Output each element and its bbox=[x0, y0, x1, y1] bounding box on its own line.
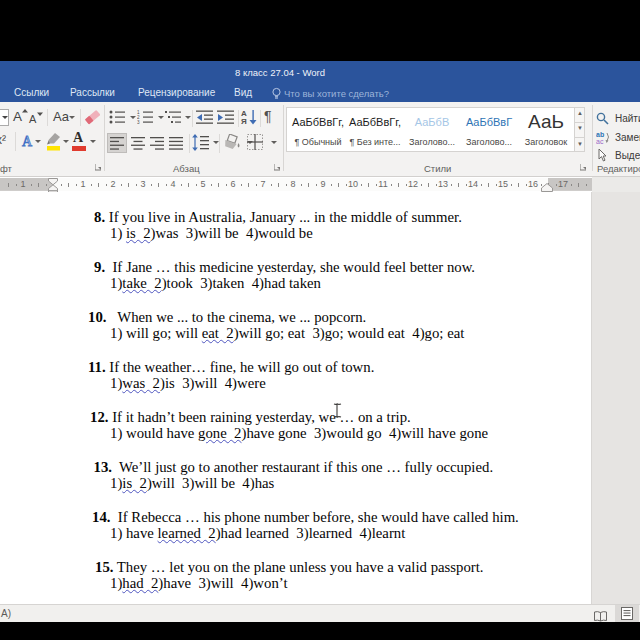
ruler-number: 5 bbox=[200, 179, 205, 189]
ruler-tick bbox=[518, 183, 519, 187]
tab-mailings[interactable]: Рассылки bbox=[70, 87, 115, 98]
ruler-tick bbox=[188, 183, 189, 187]
style-name: Заголовок bbox=[518, 137, 574, 147]
answers-line: 1) would have gone 2)have gone 3)would g… bbox=[88, 425, 519, 442]
ruler-tick bbox=[398, 183, 399, 187]
style-name: ¶ Обычный bbox=[290, 137, 346, 147]
ruler-tick bbox=[151, 184, 152, 186]
ruler-number: 7 bbox=[260, 179, 265, 189]
question-9: 9. If Jane … this medicine yesterday, sh… bbox=[88, 259, 519, 292]
styles-scroll-up[interactable]: ▲ bbox=[577, 110, 583, 116]
answers-line: 1)had 2)have 3)will 4)won’t bbox=[88, 575, 519, 592]
question-12: 12. If it hadn’t been raining yesterday,… bbox=[88, 409, 519, 442]
ribbon-group-styles: АаБбВвГг,¶ ОбычныйАаБбВвГг,¶ Без инте...… bbox=[0, 102, 592, 176]
ruler-tick bbox=[428, 183, 429, 187]
styles-dialog-launcher[interactable] bbox=[580, 164, 588, 172]
question-line: 12. If it hadn’t been raining yesterday,… bbox=[90, 409, 519, 426]
find-button[interactable]: Найти bbox=[596, 111, 640, 125]
style-chip-3[interactable]: АаБбВЗаголово... bbox=[404, 110, 460, 150]
ribbon-group-editing: Найти ab ac Заменить Выделить Редактиров… bbox=[592, 102, 640, 176]
ruler-tick bbox=[421, 184, 422, 186]
ruler-tick bbox=[278, 183, 279, 187]
ruler-tick bbox=[16, 184, 17, 186]
ruler-tick bbox=[241, 184, 242, 186]
styles-group-label: Стили bbox=[424, 163, 451, 174]
ruler-tick bbox=[98, 183, 99, 187]
style-chip-2[interactable]: АаБбВвГг,¶ Без инте... bbox=[347, 110, 403, 150]
question-13: 13. We’ll just go to another restaurant … bbox=[88, 459, 519, 492]
ruler-tick bbox=[68, 183, 69, 187]
ruler-tick bbox=[556, 184, 557, 186]
read-mode-icon bbox=[594, 611, 607, 622]
ruler-tick bbox=[301, 184, 302, 186]
ruler-tick bbox=[211, 184, 212, 186]
question-14: 14. If Rebecca … his phone number before… bbox=[88, 509, 519, 542]
ruler-tick bbox=[106, 184, 107, 186]
ruler-number: 15 bbox=[498, 179, 508, 189]
document-text[interactable]: 8. If you live in Australia, January ...… bbox=[88, 209, 519, 609]
lightbulb-icon bbox=[271, 87, 282, 100]
ruler-tick bbox=[31, 184, 32, 186]
style-preview: АаБбВвГг, bbox=[290, 116, 346, 128]
ruler-tick bbox=[526, 184, 527, 186]
ribbon: А А Aa x² А bbox=[0, 102, 640, 177]
ruler-tick bbox=[436, 184, 437, 186]
ruler-tick bbox=[406, 184, 407, 186]
style-preview: АаЬ bbox=[518, 111, 574, 133]
style-preview: АаБбВвГг, bbox=[347, 116, 403, 128]
svg-text:ab: ab bbox=[596, 131, 604, 138]
style-preview: АаБбВвГ bbox=[461, 116, 517, 128]
styles-more[interactable]: ▼ bbox=[577, 141, 583, 147]
ruler-tick bbox=[578, 183, 579, 187]
select-button[interactable]: Выделить bbox=[596, 148, 640, 162]
ruler-tick bbox=[76, 184, 77, 186]
ruler-tick bbox=[136, 184, 137, 186]
tab-review[interactable]: Рецензирование bbox=[138, 87, 215, 98]
svg-text:ac: ac bbox=[596, 138, 604, 144]
ruler-tick bbox=[91, 184, 92, 186]
ruler-number: 3 bbox=[140, 179, 145, 189]
read-mode-button[interactable] bbox=[594, 608, 608, 620]
ruler-tick bbox=[61, 184, 62, 186]
tell-me-box[interactable]: Что вы хотите сделать? bbox=[284, 88, 389, 99]
ruler-tick bbox=[488, 183, 489, 187]
replace-button[interactable]: ab ac Заменить bbox=[596, 130, 640, 144]
ruler-number: 10 bbox=[348, 179, 358, 189]
ruler-tick bbox=[248, 183, 249, 187]
question-line: 9. If Jane … this medicine yesterday, sh… bbox=[94, 259, 519, 276]
editing-group-label: Редактирование bbox=[597, 163, 640, 174]
ruler-tick bbox=[271, 184, 272, 186]
ruler-number: 1 bbox=[20, 179, 25, 189]
styles-gallery-arrows: ▲ ▼ ▼ bbox=[575, 107, 585, 152]
ruler-tick bbox=[218, 183, 219, 187]
title-bar: 8 класс 27.04 - Word bbox=[0, 61, 640, 84]
ruler-tick bbox=[166, 184, 167, 186]
style-name: Заголово... bbox=[461, 137, 517, 147]
question-line: 14. If Rebecca … his phone number before… bbox=[92, 509, 519, 526]
ruler-tick bbox=[571, 184, 572, 186]
ruler-tick bbox=[451, 184, 452, 186]
style-chip-1[interactable]: АаБбВвГг,¶ Обычный bbox=[290, 110, 346, 150]
ruler: 11234567891011121314151617 bbox=[0, 177, 640, 192]
ruler-tick bbox=[181, 184, 182, 186]
ruler-tick bbox=[331, 184, 332, 186]
ruler-number: 11 bbox=[378, 179, 387, 189]
ruler-tick bbox=[458, 183, 459, 187]
style-chip-4[interactable]: АаБбВвГЗаголово... bbox=[461, 110, 517, 150]
question-line: 8. If you live in Australia, January ...… bbox=[94, 209, 519, 226]
ruler-number: 1 bbox=[80, 179, 85, 189]
question-line: 15. They … let you on the plane unless y… bbox=[95, 559, 519, 576]
tab-view[interactable]: Вид bbox=[234, 87, 252, 98]
style-chip-5[interactable]: АаЬЗаголовок bbox=[518, 110, 574, 150]
ruler-tick bbox=[586, 184, 587, 186]
ruler-number: 12 bbox=[408, 179, 418, 189]
styles-scroll-down[interactable]: ▼ bbox=[577, 125, 583, 131]
ruler-tick bbox=[196, 184, 197, 186]
print-layout-button[interactable] bbox=[615, 605, 639, 622]
tab-references[interactable]: Ссылки bbox=[14, 87, 49, 98]
language-indicator[interactable]: А) bbox=[1, 608, 11, 619]
ruler-tick bbox=[346, 184, 347, 186]
right-indent-marker[interactable] bbox=[541, 183, 553, 192]
ruler-number: 14 bbox=[468, 179, 478, 189]
document-area[interactable]: 8. If you live in Australia, January ...… bbox=[0, 192, 640, 604]
